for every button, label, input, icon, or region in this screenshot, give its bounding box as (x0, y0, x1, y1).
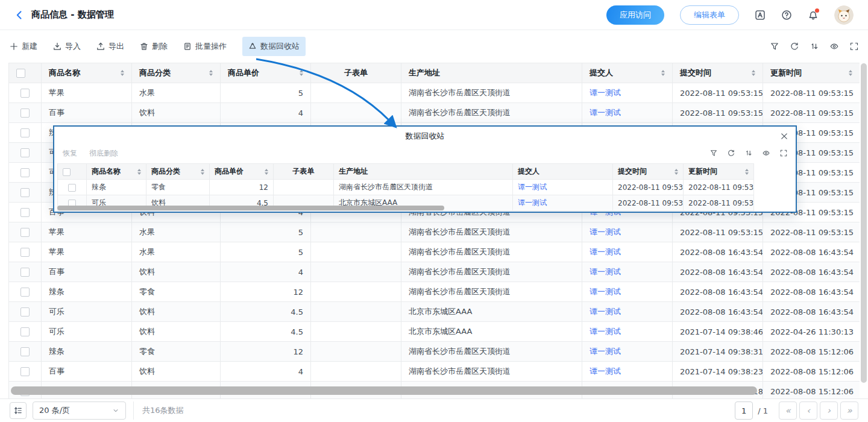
batch-operation-button[interactable]: 批量操作 (183, 41, 227, 52)
row-checkbox[interactable] (20, 327, 30, 336)
sort-icon[interactable] (201, 169, 204, 175)
cell-category: 饮料 (132, 322, 221, 342)
sort-icon[interactable] (209, 70, 213, 76)
column-header-subform[interactable]: 子表单 (311, 63, 401, 83)
sort-icon[interactable] (675, 169, 678, 175)
avatar[interactable] (834, 5, 854, 25)
row-checkbox[interactable] (68, 184, 76, 192)
next-page-button[interactable] (820, 402, 838, 420)
column-header-update_time[interactable]: 更新时间 (763, 63, 860, 83)
column-header-name[interactable]: 商品名称 (87, 164, 146, 180)
sort-order-icon[interactable] (810, 42, 819, 51)
horizontal-scrollbar[interactable] (11, 386, 757, 395)
close-icon[interactable] (780, 132, 788, 140)
sort-icon[interactable] (752, 70, 755, 76)
refresh-icon[interactable] (790, 42, 799, 51)
modal-horizontal-scrollbar[interactable] (57, 206, 444, 210)
row-checkbox[interactable] (20, 347, 30, 356)
current-page-input[interactable]: 1 (735, 402, 753, 420)
column-header-price[interactable]: 商品单价 (210, 164, 274, 180)
language-icon[interactable] (755, 10, 766, 20)
column-header-subform[interactable]: 子表单 (274, 164, 334, 180)
sort-icon[interactable] (137, 169, 141, 175)
row-checkbox[interactable] (20, 268, 30, 277)
submitter-link[interactable]: 谭一测试 (590, 108, 621, 117)
submitter-link[interactable]: 谭一测试 (518, 198, 547, 207)
sort-icon[interactable] (661, 70, 665, 76)
refresh-icon[interactable] (728, 150, 735, 157)
submitter-link[interactable]: 谭一测试 (590, 367, 621, 376)
column-label: 子表单 (293, 166, 315, 177)
column-header-submitter[interactable]: 提交人 (582, 63, 673, 83)
last-page-button[interactable] (840, 402, 858, 420)
visibility-icon[interactable] (763, 150, 770, 157)
row-checkbox[interactable] (20, 248, 30, 257)
purge-button[interactable]: 彻底删除 (89, 148, 118, 159)
page-size-select[interactable]: 20 条/页 (33, 402, 126, 420)
recycle-bin-button[interactable]: 数据回收站 (242, 37, 306, 56)
column-header-price[interactable]: 商品单价 (221, 63, 311, 83)
row-height-button[interactable] (10, 402, 27, 419)
restore-button[interactable]: 恢复 (63, 148, 77, 159)
fullscreen-icon[interactable] (850, 42, 858, 51)
submitter-link[interactable]: 谭一测试 (590, 88, 621, 97)
column-header-category[interactable]: 商品分类 (146, 164, 210, 180)
prev-page-button[interactable] (799, 402, 817, 420)
submitter-link[interactable]: 谭一测试 (590, 307, 621, 316)
row-checkbox[interactable] (20, 89, 30, 98)
row-checkbox[interactable] (20, 128, 30, 137)
submitter-link[interactable]: 谭一测试 (590, 347, 621, 356)
sort-order-icon[interactable] (745, 150, 752, 157)
row-checkbox[interactable] (20, 168, 30, 177)
app-access-button[interactable]: 应用访问 (606, 5, 664, 25)
submitter-link[interactable]: 谭一测试 (590, 287, 621, 296)
column-label: 商品名称 (49, 68, 80, 78)
back-button[interactable] (14, 10, 24, 20)
column-header-submit_time[interactable]: 提交时间 (673, 63, 763, 83)
column-header-submitter[interactable]: 提交人 (513, 164, 613, 180)
column-label: 生产地址 (409, 68, 440, 78)
sort-icon[interactable] (300, 70, 303, 76)
submitter-link[interactable]: 谭一测试 (590, 227, 621, 236)
cell-product-name: 辣条 (42, 282, 132, 302)
new-button[interactable]: 新建 (10, 41, 37, 52)
select-all-checkbox[interactable] (16, 69, 25, 78)
page-title: 商品信息 - 数据管理 (31, 9, 114, 20)
sort-icon[interactable] (121, 70, 124, 76)
first-page-button[interactable] (779, 402, 797, 420)
export-button[interactable]: 导出 (96, 41, 124, 52)
vertical-scrollbar[interactable] (861, 63, 867, 383)
row-checkbox[interactable] (20, 228, 30, 237)
row-checkbox[interactable] (20, 148, 30, 157)
submitter-link[interactable]: 谭一测试 (590, 267, 621, 276)
row-checkbox[interactable] (20, 307, 30, 316)
submitter-link[interactable]: 谭一测试 (590, 327, 621, 336)
column-header-category[interactable]: 商品分类 (132, 63, 221, 83)
sort-icon[interactable] (745, 169, 749, 175)
filter-icon[interactable] (770, 42, 779, 51)
fullscreen-icon[interactable] (780, 150, 787, 157)
sort-icon[interactable] (265, 169, 268, 175)
row-checkbox[interactable] (20, 188, 30, 197)
sort-icon[interactable] (849, 70, 852, 76)
column-header-name[interactable]: 商品名称 (42, 63, 132, 83)
column-header-update_time[interactable]: 更新时间 (684, 164, 754, 180)
import-button[interactable]: 导入 (53, 41, 81, 52)
submitter-link[interactable]: 谭一测试 (518, 183, 547, 191)
column-header-submit_time[interactable]: 提交时间 (613, 164, 684, 180)
notification-icon[interactable] (808, 10, 819, 20)
filter-icon[interactable] (710, 150, 717, 157)
edit-form-button[interactable]: 编辑表单 (680, 5, 739, 25)
row-checkbox[interactable] (20, 109, 30, 118)
row-checkbox[interactable] (20, 367, 30, 376)
delete-button[interactable]: 删除 (140, 41, 168, 52)
submitter-link[interactable]: 谭一测试 (590, 247, 621, 256)
visibility-icon[interactable] (830, 42, 838, 51)
row-checkbox[interactable] (20, 288, 30, 297)
row-checkbox[interactable] (20, 208, 30, 217)
column-header-address[interactable]: 生产地址 (401, 63, 582, 83)
help-icon[interactable] (781, 10, 792, 20)
select-all-cell (9, 63, 42, 83)
column-header-address[interactable]: 生产地址 (334, 164, 513, 180)
select-all-checkbox[interactable] (63, 168, 71, 176)
